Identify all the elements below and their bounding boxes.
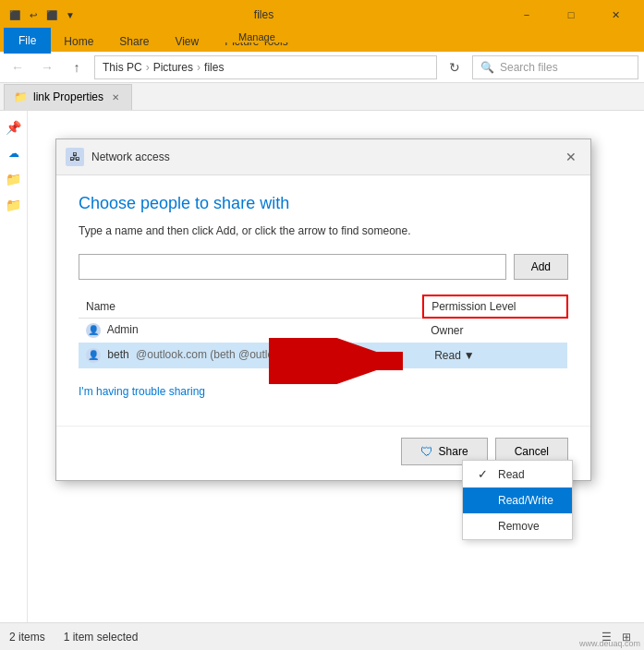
admin-permission-cell: Owner [423,318,567,343]
breadcrumb-files: files [204,61,224,74]
manage-label: Manage [213,30,301,42]
dialog-title: Network access [91,150,170,163]
perm-menu-remove[interactable]: Remove [463,513,572,539]
col-permission-header: Permission Level [423,295,567,318]
perm-remove-label: Remove [498,520,540,533]
dropdown-chevron: ▼ [464,349,475,362]
item-count: 2 items [9,631,45,644]
dialog-title-left: 🖧 Network access [66,148,170,166]
network-icon: 🖧 [66,148,84,166]
back-button[interactable]: ← [6,55,30,79]
search-box[interactable]: 🔍 Search files [472,55,638,79]
content-area: 🖧 Network access ✕ Choose people to shar… [28,111,644,650]
maximize-button[interactable]: □ [550,0,592,30]
tab-link-properties[interactable]: 📁 link Properties ✕ [4,84,132,110]
beth-name: beth [107,348,128,361]
dialog-close-button[interactable]: ✕ [561,147,581,167]
ribbon-tabs: File Home Share View Picture Tools [0,30,644,52]
watermark: www.deuaq.com [579,639,640,648]
beth-user-icon: 👤 [86,348,101,363]
tab-home[interactable]: Home [51,31,106,52]
beth-email1: @outlook.com (beth [136,348,236,361]
breadcrumb-sep1: › [146,61,150,74]
sidebar-folder2-icon[interactable]: 📁 [5,196,23,214]
refresh-button[interactable]: ↻ [443,55,467,79]
tab-file[interactable]: File [4,28,51,54]
trouble-sharing-link[interactable]: I'm having trouble sharing [79,385,205,398]
search-icon: 🔍 [480,61,494,74]
status-bar: 2 items 1 item selected ☰ ⊞ [0,622,644,650]
share-shield-icon: 🛡 [420,444,433,459]
tab-folder-icon: 📁 [14,90,28,103]
add-row: Add [79,254,568,280]
tab-view[interactable]: View [162,31,212,52]
tab-strip: 📁 link Properties ✕ [0,83,644,111]
dialog-titlebar: 🖧 Network access ✕ [56,139,590,175]
up-button[interactable]: ↑ [65,55,89,79]
permission-menu: ✓ Read Read/Write Remove [462,460,573,540]
main-area: 📌 ☁ 📁 📁 🖧 Network access ✕ [0,111,644,650]
red-arrow-svg [269,338,417,384]
network-access-dialog: 🖧 Network access ✕ Choose people to shar… [55,138,591,481]
admin-user-icon: 👤 [86,323,101,338]
permission-cell: Read ▼ [431,347,560,364]
tab-label: link Properties [33,90,103,103]
address-bar: ← → ↑ This PC › Pictures › files ↻ 🔍 Sea… [0,52,644,83]
sidebar-pinned-icon[interactable]: 📌 [5,118,23,137]
breadcrumb-pictures: Pictures [153,61,193,74]
breadcrumb[interactable]: This PC › Pictures › files [94,55,437,79]
col-name-header: Name [79,295,423,318]
perm-read-label: Read [498,468,525,481]
selection-count: 1 item selected [64,631,139,644]
window-icon: ⬛ [7,8,22,21]
perm-menu-readwrite[interactable]: Read/Write [463,488,572,513]
dialog-heading: Choose people to share with [79,194,568,213]
dialog-subtext: Type a name and then click Add, or click… [79,224,568,237]
dialog-overlay: 🖧 Network access ✕ Choose people to shar… [28,111,644,650]
search-placeholder: Search files [500,61,558,74]
add-button[interactable]: Add [514,254,568,280]
name-input[interactable] [79,254,506,280]
tab-close-button[interactable]: ✕ [109,90,122,103]
sidebar-folder-icon[interactable]: 📁 [5,170,23,188]
sidebar: 📌 ☁ 📁 📁 [0,111,28,650]
forward-button[interactable]: → [35,55,59,79]
window-title: files [22,8,505,21]
tab-share[interactable]: Share [106,31,162,52]
perm-readwrite-label: Read/Write [498,494,553,507]
close-button[interactable]: ✕ [594,0,637,30]
red-arrow-container [269,338,417,387]
permission-dropdown-button[interactable]: Read ▼ [431,347,479,364]
title-bar: ⬛ ↩ ⬛ ▼ files − □ ✕ [0,0,644,30]
breadcrumb-sep2: › [197,61,200,74]
read-check-icon: ✓ [478,467,491,481]
beth-permission-cell: Read ▼ [423,343,567,368]
minimize-button[interactable]: − [505,0,548,30]
sidebar-cloud-icon[interactable]: ☁ [5,144,23,162]
perm-menu-read[interactable]: ✓ Read [463,461,572,488]
dialog-body: Choose people to share with Type a name … [56,175,590,416]
window-controls: − □ ✕ [505,0,637,30]
breadcrumb-thispc: This PC [103,61,142,74]
